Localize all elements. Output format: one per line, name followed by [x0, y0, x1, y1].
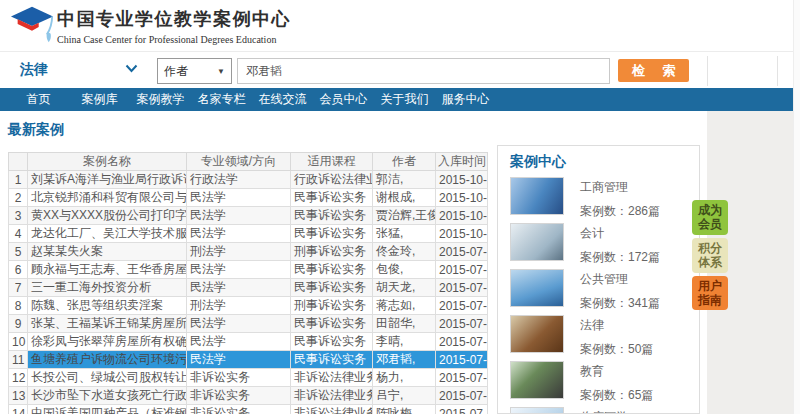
column-header: 适用课程	[291, 153, 373, 171]
table-row[interactable]: 10 徐彩凤与张翠萍房屋所有权确认纠纷案 民法学 民事诉讼实务 李晴, 2015…	[9, 333, 488, 351]
case-course: 非诉讼法律业务	[291, 405, 373, 414]
category-dropdown[interactable]: 法律	[20, 61, 48, 79]
case-author: 包俊,	[373, 261, 436, 279]
case-date: 2015-10-26	[436, 171, 488, 189]
table-row[interactable]: 2 北京锐邦涌和科贸有限公司与强生（上 民法学 民事诉讼实务 谢根成, 2015…	[9, 189, 488, 207]
case-name-link[interactable]: 赵某某失火案	[28, 243, 187, 261]
column-header: 作者	[373, 153, 436, 171]
case-date: 2015-07-10	[436, 297, 488, 315]
case-number: 6	[9, 261, 28, 279]
nav-item[interactable]: 在线交流	[252, 91, 313, 108]
case-table-header-row: 案例名称专业领域/方向适用课程作者入库时间	[9, 153, 488, 171]
category-case-count: 案例数：172篇	[580, 249, 660, 266]
case-name-link[interactable]: 长投公司、绿城公司股权转让仲裁案（	[28, 369, 187, 387]
list-item[interactable]: 会计 案例数：172篇	[510, 223, 699, 261]
list-item[interactable]: 法律 案例数：50篇	[510, 315, 699, 353]
scrollbar[interactable]	[793, 0, 800, 414]
table-row[interactable]: 1 刘某诉A海洋与渔业局行政诉讼案 行政法学 行政诉讼法律业务 郭洁, 2015…	[9, 171, 488, 189]
list-item[interactable]: 教育 案例数：65篇	[510, 361, 699, 399]
nav-item[interactable]: 案例库	[69, 91, 130, 108]
case-date: 2015-07-10	[436, 333, 488, 351]
clinical-medicine-thumbnail	[510, 407, 564, 414]
category-name[interactable]: 临床医学	[580, 409, 628, 414]
case-course: 民事诉讼实务	[291, 351, 373, 369]
case-date: 2015-10-26	[436, 207, 488, 225]
search-button[interactable]: 检 索	[618, 59, 689, 82]
case-name-link[interactable]: 黄XX与XXXX股份公司打印字迹时间...	[28, 207, 187, 225]
case-number: 3	[9, 207, 28, 225]
search-field-select[interactable]: 作者 ▼	[157, 58, 232, 84]
page: 中国专业学位教学案例中心 China Case Center for Profe…	[0, 0, 800, 414]
case-field: 民法学	[187, 279, 291, 297]
category-name[interactable]: 教育	[580, 363, 653, 380]
list-item[interactable]: 公共管理 案例数：341篇	[510, 269, 699, 307]
select-arrow-icon: ▼	[217, 67, 225, 76]
table-row[interactable]: 13 长沙市坠下水道女孩死亡行政救助案例 非诉讼实务 非诉讼法律业务 吕宁, 2…	[9, 387, 488, 405]
category-name[interactable]: 公共管理	[580, 271, 660, 288]
table-row[interactable]: 9 张某、王福某诉王锦某房屋所有权确认 民法学 民事诉讼实务 田韶华, 2015…	[9, 315, 488, 333]
nav-item[interactable]: 首页	[8, 91, 69, 108]
case-name-link[interactable]: 鱼塘养殖户诉物流公司环境污染损害案	[28, 351, 187, 369]
table-row[interactable]: 8 陈魏、张思等组织卖淫案 刑法学 刑事诉讼实务 蒋志如, 2015-07-10	[9, 297, 488, 315]
table-row[interactable]: 11 鱼塘养殖户诉物流公司环境污染损害案 民法学 民事诉讼实务 邓君韬, 201…	[9, 351, 488, 369]
case-field: 民法学	[187, 225, 291, 243]
floating-button[interactable]: 成为会员	[692, 200, 728, 235]
latest-cases-table: 案例名称专业领域/方向适用课程作者入库时间 1 刘某诉A海洋与渔业局行政诉讼案 …	[8, 152, 488, 414]
case-field: 民法学	[187, 315, 291, 333]
case-name-link[interactable]: 三一重工海外投资分析	[28, 279, 187, 297]
case-name-link[interactable]: 刘某诉A海洋与渔业局行政诉讼案	[28, 171, 187, 189]
case-center-title: 案例中心	[510, 153, 699, 171]
nav-item[interactable]: 服务中心	[435, 91, 496, 108]
nav-item[interactable]: 关于我们	[374, 91, 435, 108]
case-course: 非诉讼法律业务	[291, 387, 373, 405]
chevron-down-icon[interactable]	[125, 64, 138, 73]
category-case-count: 案例数：65篇	[580, 387, 653, 404]
search-input[interactable]	[237, 58, 610, 84]
case-course: 民事诉讼实务	[291, 333, 373, 351]
case-name-link[interactable]: 徐彩凤与张翠萍房屋所有权确认纠纷案	[28, 333, 187, 351]
case-author: 田韶华,	[373, 315, 436, 333]
case-name-link[interactable]: 长沙市坠下水道女孩死亡行政救助案例	[28, 387, 187, 405]
case-date: 2015-07-10	[436, 315, 488, 333]
business-thumbnail	[510, 177, 564, 215]
nav-item[interactable]: 案例教学	[130, 91, 191, 108]
case-field: 民法学	[187, 207, 291, 225]
case-name-link[interactable]: 北京锐邦涌和科贸有限公司与强生（上	[28, 189, 187, 207]
list-item[interactable]: 临床医学	[510, 407, 699, 414]
case-field: 民法学	[187, 333, 291, 351]
table-row[interactable]: 12 长投公司、绿城公司股权转让仲裁案（ 非诉讼实务 非诉讼法律业务 杨力, 2…	[9, 369, 488, 387]
case-date: 2015-07-10	[436, 351, 488, 369]
law-thumbnail	[510, 315, 564, 353]
category-case-count: 案例数：341篇	[580, 295, 660, 312]
table-row[interactable]: 4 龙达化工厂、吴江大学技术服务合同纠 民法学 民事诉讼实务 张猛, 2015-…	[9, 225, 488, 243]
case-author: 谢根成,	[373, 189, 436, 207]
category-name[interactable]: 法律	[580, 317, 653, 334]
case-name-link[interactable]: 张某、王福某诉王锦某房屋所有权确认	[28, 315, 187, 333]
case-name-link[interactable]: 顾永福与王志寿、王华香房屋买卖合同	[28, 261, 187, 279]
floating-button[interactable]: 积分体系	[692, 238, 728, 273]
list-item[interactable]: 工商管理 案例数：286篇	[510, 177, 699, 215]
table-row[interactable]: 5 赵某某失火案 刑法学 刑事诉讼实务 佟金玲, 2015-07-16	[9, 243, 488, 261]
category-name[interactable]: 工商管理	[580, 179, 660, 196]
table-row[interactable]: 7 三一重工海外投资分析 民法学 民事诉讼实务 胡天龙, 2015-07-12	[9, 279, 488, 297]
category-name[interactable]: 会计	[580, 225, 660, 242]
case-date: 2015-10-26	[436, 189, 488, 207]
case-name-link[interactable]: 陈魏、张思等组织卖淫案	[28, 297, 187, 315]
table-row[interactable]: 3 黄XX与XXXX股份公司打印字迹时间... 民法学 民事诉讼实务 贾治辉,王…	[9, 207, 488, 225]
case-name-link[interactable]: 中国诉美国四种产品（标准钢管、矩形	[28, 405, 187, 414]
case-date: 2015-07-12	[436, 279, 488, 297]
table-row[interactable]: 6 顾永福与王志寿、王华香房屋买卖合同 民法学 民事诉讼实务 包俊, 2015-…	[9, 261, 488, 279]
case-course: 民事诉讼实务	[291, 189, 373, 207]
case-field: 民法学	[187, 189, 291, 207]
case-name-link[interactable]: 龙达化工厂、吴江大学技术服务合同纠	[28, 225, 187, 243]
nav-item[interactable]: 名家专栏	[191, 91, 252, 108]
table-row[interactable]: 14 中国诉美国四种产品（标准钢管、矩形 非诉讼实务 非诉讼法律业务 陈咏梅, …	[9, 405, 488, 414]
case-field: 非诉讼实务	[187, 405, 291, 414]
floating-button[interactable]: 用户指南	[692, 276, 728, 311]
site-header: 中国专业学位教学案例中心 China Case Center for Profe…	[0, 0, 800, 52]
case-date: 2015-07-10	[436, 387, 488, 405]
case-number: 12	[9, 369, 28, 387]
nav-item[interactable]: 会员中心	[313, 91, 374, 108]
column-header	[9, 153, 28, 171]
case-field: 行政法学	[187, 171, 291, 189]
